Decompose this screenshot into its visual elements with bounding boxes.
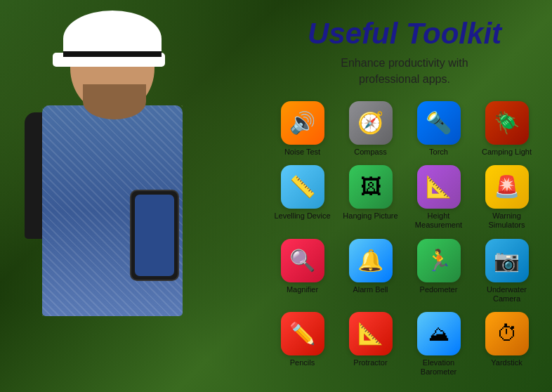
app-icon-noise-test: 🔊 [281, 101, 324, 145]
page-subtitle: Enhance productivity withprofessional ap… [268, 55, 541, 87]
person-figure [21, 0, 239, 392]
phone [130, 190, 179, 281]
app-item-torch[interactable]: 🔦Torch [407, 101, 470, 157]
app-item-underwater-camera[interactable]: 📷Underwater Camera [475, 239, 538, 303]
app-emoji-pencils: ✏️ [289, 323, 315, 344]
phone-screen [135, 195, 174, 276]
app-icon-camping-light: 🪲 [485, 101, 529, 145]
app-emoji-alarm-bell: 🔔 [357, 250, 383, 271]
app-emoji-magnifier: 🔍 [289, 250, 315, 271]
app-emoji-elevation-barometer: ⛰ [428, 323, 449, 344]
app-item-camping-light[interactable]: 🪲Camping Light [475, 101, 538, 157]
app-emoji-height-measurement: 📐 [426, 176, 452, 197]
app-icon-warning-simulators: 🚨 [485, 165, 529, 209]
app-emoji-torch: 🔦 [426, 112, 452, 133]
app-icon-underwater-camera: 📷 [485, 239, 529, 282]
app-item-pencils[interactable]: ✏️Pencils [271, 312, 334, 377]
app-item-levelling-device[interactable]: 📏Levelling Device [271, 165, 334, 230]
app-icon-torch: 🔦 [417, 101, 461, 145]
app-emoji-hanging-picture: 🖼 [360, 176, 381, 197]
app-item-warning-simulators[interactable]: 🚨Warning Simulators [475, 165, 538, 230]
app-label-height-measurement: Height Measurement [407, 211, 470, 230]
app-label-pencils: Pencils [290, 358, 315, 367]
app-item-hanging-picture[interactable]: 🖼Hanging Picture [339, 165, 402, 230]
page-title: Useful Toolkit [268, 18, 541, 50]
app-emoji-noise-test: 🔊 [289, 112, 315, 133]
app-icon-elevation-barometer: ⛰ [417, 312, 461, 355]
app-icon-levelling-device: 📏 [281, 165, 324, 209]
app-label-alarm-bell: Alarm Bell [353, 285, 388, 294]
app-item-yardstick[interactable]: ⏱Yardstick [475, 312, 538, 377]
app-item-protractor[interactable]: 📐Protractor [339, 312, 402, 377]
app-item-elevation-barometer[interactable]: ⛰Elevation Barometer [407, 312, 470, 377]
beard [83, 84, 146, 119]
hat-stripe [63, 51, 162, 57]
app-label-noise-test: Noise Test [284, 148, 320, 157]
app-emoji-underwater-camera: 📷 [494, 250, 520, 271]
app-label-underwater-camera: Underwater Camera [475, 285, 538, 303]
app-label-elevation-barometer: Elevation Barometer [407, 358, 470, 377]
app-label-torch: Torch [429, 148, 448, 157]
app-label-magnifier: Magnifier [287, 285, 318, 294]
app-item-magnifier[interactable]: 🔍Magnifier [271, 239, 334, 303]
app-label-protractor: Protractor [353, 358, 387, 367]
app-icon-yardstick: ⏱ [485, 312, 529, 355]
app-label-warning-simulators: Warning Simulators [475, 211, 538, 230]
app-emoji-camping-light: 🪲 [494, 112, 520, 133]
app-item-pedometer[interactable]: 🏃Pedometer [407, 239, 470, 303]
app-item-compass[interactable]: 🧭Compass [339, 101, 402, 157]
app-icon-pencils: ✏️ [281, 312, 324, 355]
right-panel: Useful Toolkit Enhance productivity with… [257, 0, 552, 392]
app-label-pedometer: Pedometer [420, 285, 458, 294]
app-icon-protractor: 📐 [349, 312, 393, 355]
app-icon-hanging-picture: 🖼 [349, 165, 393, 209]
app-icon-pedometer: 🏃 [417, 239, 461, 282]
app-icon-magnifier: 🔍 [281, 239, 324, 282]
app-label-hanging-picture: Hanging Picture [343, 211, 397, 221]
app-emoji-yardstick: ⏱ [497, 323, 518, 344]
app-icon-height-measurement: 📐 [417, 165, 461, 209]
app-emoji-pedometer: 🏃 [426, 250, 452, 271]
app-label-compass: Compass [354, 148, 386, 157]
app-emoji-compass: 🧭 [357, 112, 383, 133]
app-label-yardstick: Yardstick [491, 358, 522, 367]
app-emoji-warning-simulators: 🚨 [494, 176, 520, 197]
app-item-height-measurement[interactable]: 📐Height Measurement [407, 165, 470, 230]
app-emoji-levelling-device: 📏 [289, 176, 315, 197]
app-item-noise-test[interactable]: 🔊Noise Test [271, 101, 334, 157]
apps-grid: 🔊Noise Test🧭Compass🔦Torch🪲Camping Light📏… [268, 101, 541, 377]
app-label-camping-light: Camping Light [482, 148, 532, 157]
app-icon-alarm-bell: 🔔 [349, 239, 393, 282]
app-icon-compass: 🧭 [349, 101, 393, 145]
app-item-alarm-bell[interactable]: 🔔Alarm Bell [339, 239, 402, 303]
app-emoji-protractor: 📐 [357, 323, 383, 344]
app-label-levelling-device: Levelling Device [274, 211, 330, 221]
